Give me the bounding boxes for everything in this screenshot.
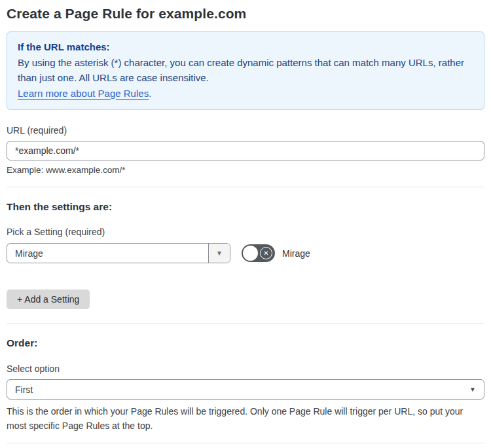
order-description: This is the order in which your Page Rul…: [7, 404, 484, 433]
url-input[interactable]: [7, 141, 484, 160]
add-setting-button[interactable]: + Add a Setting: [7, 289, 90, 309]
setting-select[interactable]: Mirage ▼: [7, 243, 230, 263]
order-select-value: First: [15, 384, 33, 395]
url-match-info-box: If the URL matches: By using the asteris…: [7, 31, 484, 110]
info-box-heading: If the URL matches:: [18, 39, 473, 55]
x-icon: ✕: [260, 247, 272, 259]
mirage-toggle-label: Mirage: [282, 248, 310, 259]
settings-section-heading: Then the settings are:: [7, 201, 484, 213]
setting-select-arrow-button[interactable]: ▼: [208, 244, 230, 263]
order-section-heading: Order:: [7, 337, 484, 349]
info-box-body: By using the asterisk (*) character, you…: [18, 55, 473, 86]
divider: [7, 187, 484, 187]
url-helper-text: Example: www.example.com/*: [7, 165, 484, 175]
setting-row: Mirage ▼ ✕ Mirage: [7, 243, 484, 263]
link-suffix: .: [149, 88, 151, 99]
create-page-rule-form: Create a Page Rule for example.com If th…: [0, 0, 491, 448]
chevron-down-icon: ▼: [469, 386, 476, 393]
url-field-label: URL (required): [7, 125, 484, 136]
learn-more-link[interactable]: Learn more about Page Rules: [18, 88, 149, 99]
order-select-label: Select option: [7, 364, 484, 374]
page-title: Create a Page Rule for example.com: [7, 6, 484, 22]
order-select[interactable]: First ▼: [7, 379, 484, 400]
setting-select-value: Mirage: [7, 244, 208, 263]
pick-setting-label: Pick a Setting (required): [7, 227, 484, 237]
divider: [7, 443, 484, 443]
chevron-down-icon: ▼: [216, 250, 223, 257]
toggle-knob: [243, 246, 258, 261]
mirage-toggle[interactable]: ✕: [242, 244, 275, 262]
divider: [7, 323, 484, 324]
info-box-link-line: Learn more about Page Rules.: [18, 86, 473, 102]
